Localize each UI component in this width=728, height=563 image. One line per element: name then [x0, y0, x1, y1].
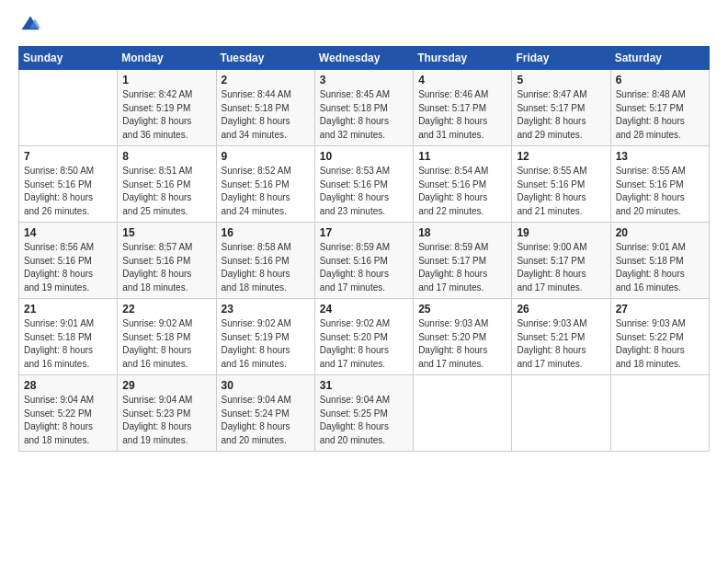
day-number: 16: [222, 226, 310, 239]
calendar-cell: [512, 375, 610, 452]
day-info: Sunrise: 9:00 AM Sunset: 5:17 PM Dayligh…: [517, 241, 605, 294]
calendar-cell: 5Sunrise: 8:47 AM Sunset: 5:17 PM Daylig…: [512, 70, 610, 146]
day-header-tuesday: Tuesday: [216, 47, 314, 70]
day-info: Sunrise: 8:47 AM Sunset: 5:17 PM Dayligh…: [517, 88, 605, 142]
day-info: Sunrise: 8:52 AM Sunset: 5:16 PM Dayligh…: [222, 165, 310, 218]
calendar-cell: 4Sunrise: 8:46 AM Sunset: 5:17 PM Daylig…: [414, 70, 512, 146]
calendar-cell: 19Sunrise: 9:00 AM Sunset: 5:17 PM Dayli…: [512, 223, 610, 299]
calendar-cell: 15Sunrise: 8:57 AM Sunset: 5:16 PM Dayli…: [118, 223, 216, 299]
week-row-3: 21Sunrise: 9:01 AM Sunset: 5:18 PM Dayli…: [19, 299, 710, 375]
day-number: 25: [418, 303, 506, 316]
day-info: Sunrise: 8:55 AM Sunset: 5:16 PM Dayligh…: [616, 165, 704, 218]
calendar-cell: 24Sunrise: 9:02 AM Sunset: 5:20 PM Dayli…: [314, 299, 413, 375]
logo: [18, 15, 40, 35]
day-number: 23: [222, 303, 310, 316]
day-info: Sunrise: 9:04 AM Sunset: 5:25 PM Dayligh…: [320, 394, 408, 447]
day-number: 13: [616, 150, 704, 163]
day-info: Sunrise: 9:03 AM Sunset: 5:20 PM Dayligh…: [418, 317, 506, 371]
calendar-cell: 6Sunrise: 8:48 AM Sunset: 5:17 PM Daylig…: [610, 70, 709, 146]
day-info: Sunrise: 9:01 AM Sunset: 5:18 PM Dayligh…: [616, 241, 704, 294]
calendar-header-row: SundayMondayTuesdayWednesdayThursdayFrid…: [19, 47, 710, 70]
calendar-cell: 10Sunrise: 8:53 AM Sunset: 5:16 PM Dayli…: [314, 146, 413, 223]
calendar-cell: 20Sunrise: 9:01 AM Sunset: 5:18 PM Dayli…: [610, 223, 709, 299]
day-number: 28: [24, 379, 112, 392]
day-number: 19: [517, 226, 605, 239]
calendar-cell: 23Sunrise: 9:02 AM Sunset: 5:19 PM Dayli…: [216, 299, 314, 375]
day-number: 2: [222, 74, 310, 86]
calendar-cell: 26Sunrise: 9:03 AM Sunset: 5:21 PM Dayli…: [512, 299, 610, 375]
day-info: Sunrise: 8:53 AM Sunset: 5:16 PM Dayligh…: [320, 165, 408, 218]
day-info: Sunrise: 8:51 AM Sunset: 5:16 PM Dayligh…: [122, 165, 210, 218]
day-number: 22: [122, 303, 210, 316]
day-info: Sunrise: 9:01 AM Sunset: 5:18 PM Dayligh…: [24, 317, 112, 371]
day-info: Sunrise: 9:02 AM Sunset: 5:20 PM Dayligh…: [320, 317, 408, 371]
day-info: Sunrise: 8:48 AM Sunset: 5:17 PM Dayligh…: [616, 88, 704, 142]
day-header-friday: Friday: [512, 47, 610, 70]
calendar-cell: 14Sunrise: 8:56 AM Sunset: 5:16 PM Dayli…: [19, 223, 118, 299]
calendar-cell: 25Sunrise: 9:03 AM Sunset: 5:20 PM Dayli…: [414, 299, 512, 375]
day-number: 12: [517, 150, 605, 163]
calendar-cell: 17Sunrise: 8:59 AM Sunset: 5:16 PM Dayli…: [314, 223, 413, 299]
day-number: 5: [517, 74, 605, 86]
day-number: 24: [320, 303, 408, 316]
day-number: 9: [222, 150, 310, 163]
day-info: Sunrise: 8:55 AM Sunset: 5:16 PM Dayligh…: [517, 165, 605, 218]
calendar-cell: 13Sunrise: 8:55 AM Sunset: 5:16 PM Dayli…: [610, 146, 709, 223]
calendar-cell: [414, 375, 512, 452]
day-number: 31: [320, 379, 408, 392]
week-row-4: 28Sunrise: 9:04 AM Sunset: 5:22 PM Dayli…: [19, 375, 710, 452]
calendar-table: SundayMondayTuesdayWednesdayThursdayFrid…: [18, 46, 710, 452]
calendar-cell: 30Sunrise: 9:04 AM Sunset: 5:24 PM Dayli…: [216, 375, 314, 452]
calendar-cell: 7Sunrise: 8:50 AM Sunset: 5:16 PM Daylig…: [19, 146, 118, 223]
calendar-cell: [610, 375, 709, 452]
day-header-sunday: Sunday: [19, 47, 118, 70]
day-number: 27: [616, 303, 704, 316]
calendar-cell: 27Sunrise: 9:03 AM Sunset: 5:22 PM Dayli…: [610, 299, 709, 375]
day-header-monday: Monday: [118, 47, 216, 70]
calendar-cell: 3Sunrise: 8:45 AM Sunset: 5:18 PM Daylig…: [314, 70, 413, 146]
day-number: 7: [24, 150, 112, 163]
day-number: 15: [122, 226, 210, 239]
calendar-cell: 16Sunrise: 8:58 AM Sunset: 5:16 PM Dayli…: [216, 223, 314, 299]
day-number: 14: [24, 226, 112, 239]
calendar-cell: 29Sunrise: 9:04 AM Sunset: 5:23 PM Dayli…: [118, 375, 216, 452]
day-info: Sunrise: 8:44 AM Sunset: 5:18 PM Dayligh…: [222, 88, 310, 142]
day-number: 4: [418, 74, 506, 86]
day-info: Sunrise: 8:46 AM Sunset: 5:17 PM Dayligh…: [418, 88, 506, 142]
calendar-cell: 22Sunrise: 9:02 AM Sunset: 5:18 PM Dayli…: [118, 299, 216, 375]
calendar-cell: 11Sunrise: 8:54 AM Sunset: 5:16 PM Dayli…: [414, 146, 512, 223]
day-number: 17: [320, 226, 408, 239]
week-row-1: 7Sunrise: 8:50 AM Sunset: 5:16 PM Daylig…: [19, 146, 710, 223]
calendar-cell: 9Sunrise: 8:52 AM Sunset: 5:16 PM Daylig…: [216, 146, 314, 223]
day-header-wednesday: Wednesday: [314, 47, 413, 70]
day-info: Sunrise: 9:04 AM Sunset: 5:23 PM Dayligh…: [122, 394, 210, 447]
day-info: Sunrise: 8:45 AM Sunset: 5:18 PM Dayligh…: [320, 88, 408, 142]
day-info: Sunrise: 8:59 AM Sunset: 5:17 PM Dayligh…: [418, 241, 506, 294]
day-number: 10: [320, 150, 408, 163]
day-info: Sunrise: 8:57 AM Sunset: 5:16 PM Dayligh…: [122, 241, 210, 294]
day-info: Sunrise: 9:02 AM Sunset: 5:19 PM Dayligh…: [222, 317, 310, 371]
day-info: Sunrise: 8:58 AM Sunset: 5:16 PM Dayligh…: [222, 241, 310, 294]
day-info: Sunrise: 9:03 AM Sunset: 5:22 PM Dayligh…: [616, 317, 704, 371]
day-number: 21: [24, 303, 112, 316]
day-info: Sunrise: 8:42 AM Sunset: 5:19 PM Dayligh…: [122, 88, 210, 142]
day-number: 3: [320, 74, 408, 86]
day-info: Sunrise: 9:03 AM Sunset: 5:21 PM Dayligh…: [517, 317, 605, 371]
day-info: Sunrise: 8:56 AM Sunset: 5:16 PM Dayligh…: [24, 241, 112, 294]
calendar-cell: [19, 70, 118, 146]
day-number: 20: [616, 226, 704, 239]
day-info: Sunrise: 8:59 AM Sunset: 5:16 PM Dayligh…: [320, 241, 408, 294]
day-number: 29: [122, 379, 210, 392]
page-container: SundayMondayTuesdayWednesdayThursdayFrid…: [0, 0, 728, 461]
day-number: 26: [517, 303, 605, 316]
calendar-cell: 18Sunrise: 8:59 AM Sunset: 5:17 PM Dayli…: [414, 223, 512, 299]
week-row-2: 14Sunrise: 8:56 AM Sunset: 5:16 PM Dayli…: [19, 223, 710, 299]
day-number: 18: [418, 226, 506, 239]
calendar-cell: 12Sunrise: 8:55 AM Sunset: 5:16 PM Dayli…: [512, 146, 610, 223]
day-info: Sunrise: 8:50 AM Sunset: 5:16 PM Dayligh…: [24, 165, 112, 218]
day-number: 1: [122, 74, 210, 86]
day-header-saturday: Saturday: [610, 47, 709, 70]
day-number: 8: [122, 150, 210, 163]
calendar-cell: 31Sunrise: 9:04 AM Sunset: 5:25 PM Dayli…: [314, 375, 413, 452]
day-info: Sunrise: 9:02 AM Sunset: 5:18 PM Dayligh…: [122, 317, 210, 371]
